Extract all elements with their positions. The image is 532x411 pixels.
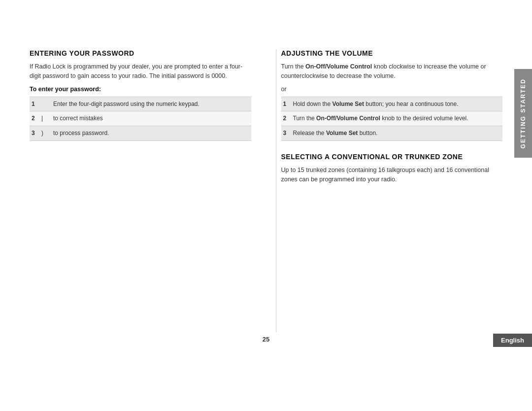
step-num-1: 1 bbox=[30, 97, 39, 111]
selecting-zone-body: Up to 15 trunked zones (containing 16 ta… bbox=[281, 166, 503, 184]
page-container: GETTING STARTED English 25 ENTERING YOUR… bbox=[0, 0, 532, 411]
vol-step-num-2: 2 bbox=[281, 111, 291, 126]
table-row: 2 | to correct mistakes bbox=[30, 111, 251, 126]
main-content: ENTERING YOUR PASSWORD If Radio Lock is … bbox=[30, 49, 502, 332]
step-symbol-3: ) bbox=[39, 126, 51, 141]
getting-started-tab: GETTING STARTED bbox=[514, 69, 532, 158]
step-num-2: 2 bbox=[30, 111, 39, 126]
volume-control-bold-2: On-Off/Volume Control bbox=[316, 115, 380, 122]
volume-steps-table: 1 Hold down the Volume Set button; you h… bbox=[281, 97, 503, 141]
vol-step-num-3: 3 bbox=[281, 126, 291, 141]
step-text-3: to process password. bbox=[51, 126, 251, 141]
page-number: 25 bbox=[263, 336, 269, 343]
step-symbol-1 bbox=[39, 97, 51, 111]
table-row: 2 Turn the On-Off/Volume Control knob to… bbox=[281, 111, 503, 126]
step-text-2: to correct mistakes bbox=[51, 111, 251, 126]
volume-set-bold-1: Volume Set bbox=[332, 101, 364, 107]
table-row: 1 Hold down the Volume Set button; you h… bbox=[281, 97, 503, 111]
adjusting-volume-section: ADJUSTING THE VOLUME Turn the On-Off/Vol… bbox=[281, 49, 503, 141]
entering-password-intro-text: If Radio Lock is programmed by your deal… bbox=[30, 63, 242, 79]
table-row: 3 Release the Volume Set button. bbox=[281, 126, 503, 141]
selecting-zone-section: SELECTING A CONVENTIONAL OR TRUNKED ZONE… bbox=[281, 153, 503, 184]
left-column: ENTERING YOUR PASSWORD If Radio Lock is … bbox=[30, 49, 256, 332]
volume-control-bold: On-Off/Volume Control bbox=[305, 63, 372, 70]
table-row: 3 ) to process password. bbox=[30, 126, 251, 141]
english-label: English bbox=[501, 337, 524, 344]
adjusting-volume-title: ADJUSTING THE VOLUME bbox=[281, 49, 503, 57]
side-tab-label: GETTING STARTED bbox=[520, 78, 527, 148]
vol-step-num-1: 1 bbox=[281, 97, 291, 111]
vol-step-text-3: Release the Volume Set button. bbox=[291, 126, 503, 141]
selecting-zone-title: SELECTING A CONVENTIONAL OR TRUNKED ZONE bbox=[281, 153, 503, 161]
volume-set-bold-3: Volume Set bbox=[326, 130, 358, 137]
step-symbol-2: | bbox=[39, 111, 51, 126]
or-text: or bbox=[281, 86, 503, 93]
entering-password-title: ENTERING YOUR PASSWORD bbox=[30, 49, 251, 57]
entering-password-section: ENTERING YOUR PASSWORD If Radio Lock is … bbox=[30, 49, 251, 141]
vol-step-text-1: Hold down the Volume Set button; you hea… bbox=[291, 97, 503, 111]
step-text-1: Enter the four-digit password using the … bbox=[51, 97, 251, 111]
vol-step-text-2: Turn the On-Off/Volume Control knob to t… bbox=[291, 111, 503, 126]
adjusting-volume-intro: Turn the On-Off/Volume Control knob cloc… bbox=[281, 62, 503, 81]
entering-password-intro: If Radio Lock is programmed by your deal… bbox=[30, 62, 251, 81]
english-tab: English bbox=[493, 334, 532, 347]
enter-password-subheading: To enter your password: bbox=[30, 86, 251, 93]
right-column: ADJUSTING THE VOLUME Turn the On-Off/Vol… bbox=[276, 49, 503, 332]
step-num-3: 3 bbox=[30, 126, 39, 141]
table-row: 1 Enter the four-digit password using th… bbox=[30, 97, 251, 111]
password-steps-table: 1 Enter the four-digit password using th… bbox=[30, 97, 251, 141]
